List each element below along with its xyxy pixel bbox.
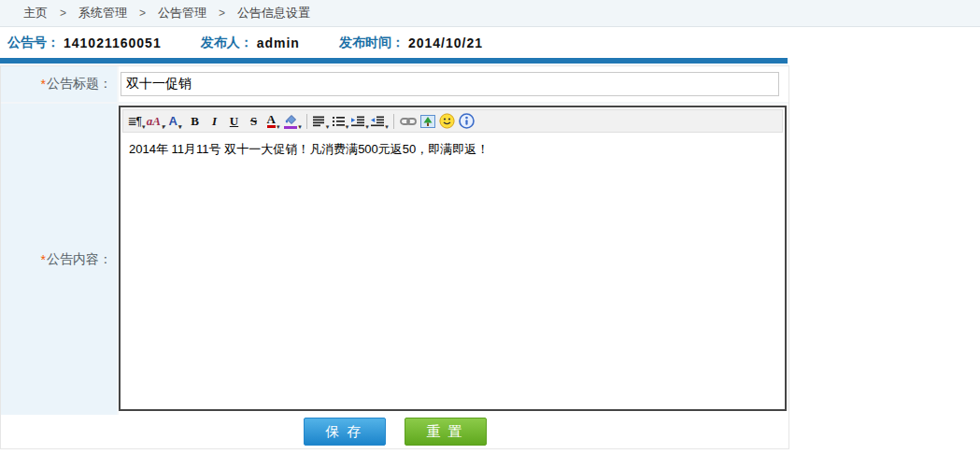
notice-number-group: 公告号： 141021160051 [7,35,162,51]
title-row: * 公告标题： [1,66,788,104]
editor-content[interactable]: 2014年 11月11号 双十一大促销！凡消费满500元返50，即满即返！ [121,135,785,407]
text-color-icon[interactable]: A [263,111,283,131]
breadcrumb-separator: > [139,7,146,20]
publish-time-group: 发布时间： 2014/10/21 [339,35,483,51]
toolbar-separator [393,114,394,129]
breadcrumb-separator: > [219,7,225,20]
breadcrumb-item-notice-management[interactable]: 公告管理 [158,5,206,21]
emoticon-icon[interactable] [437,111,457,131]
breadcrumb: 主页 > 系统管理 > 公告管理 > 公告信息设置 [0,0,980,27]
breadcrumb-item-home[interactable]: 主页 [23,5,48,21]
text-color-glyph: A [267,114,276,128]
about-info-icon[interactable] [457,111,476,131]
title-label-cell: * 公告标题： [1,66,119,102]
indent-icon[interactable] [350,111,370,131]
form-actions: 保 存 重 置 [1,415,788,448]
publisher-value: admin [257,35,300,50]
breadcrumb-item-notice-info-settings: 公告信息设置 [237,5,310,21]
font-size-icon[interactable]: A [165,111,185,131]
paint-bucket-icon [284,114,297,129]
insert-image-icon[interactable] [418,111,437,131]
align-icon[interactable] [311,111,331,131]
breadcrumb-item-system-management[interactable]: 系统管理 [78,5,127,21]
rich-text-editor: ≣¶ aA A B I U S A [119,106,787,411]
publisher-group: 发布人： admin [201,35,300,51]
content-row: * 公告内容： ≣¶ aA A B I U S A [1,104,788,415]
format-paragraph-icon[interactable]: ≣¶ [126,111,146,131]
underline-icon[interactable]: U [224,111,244,131]
notice-info-bar: 公告号： 141021160051 发布人： admin 发布时间： 2014/… [0,27,980,58]
required-asterisk: * [41,77,46,92]
toolbar-separator [306,114,307,129]
unordered-list-icon[interactable] [331,111,350,131]
content-label-cell: * 公告内容： [1,104,119,415]
background-color-icon[interactable] [283,111,303,131]
title-field-cell [119,66,788,102]
notice-number-label: 公告号： [7,35,60,51]
notice-form: * 公告标题： * 公告内容： ≣¶ aA A B I U S A [0,65,789,449]
breadcrumb-separator: > [60,7,66,20]
required-asterisk: * [41,252,46,267]
accent-divider [0,58,788,64]
title-label: 公告标题： [47,76,112,92]
publisher-label: 发布人： [201,35,253,51]
strikethrough-icon[interactable]: S [244,111,263,131]
publish-time-label: 发布时间： [339,35,405,51]
font-family-icon[interactable]: aA [146,111,165,131]
save-button[interactable]: 保 存 [304,418,386,446]
notice-number-value: 141021160051 [64,35,162,50]
bold-icon[interactable]: B [185,111,205,131]
editor-cell: ≣¶ aA A B I U S A [119,104,788,415]
announcement-title-input[interactable] [121,72,779,96]
italic-icon[interactable]: I [205,111,224,131]
editor-toolbar: ≣¶ aA A B I U S A [122,109,783,133]
outdent-icon[interactable] [370,111,390,131]
publish-time-value: 2014/10/21 [408,35,483,50]
reset-button[interactable]: 重 置 [405,418,487,446]
insert-link-icon[interactable] [398,111,418,131]
content-label: 公告内容： [47,251,112,268]
